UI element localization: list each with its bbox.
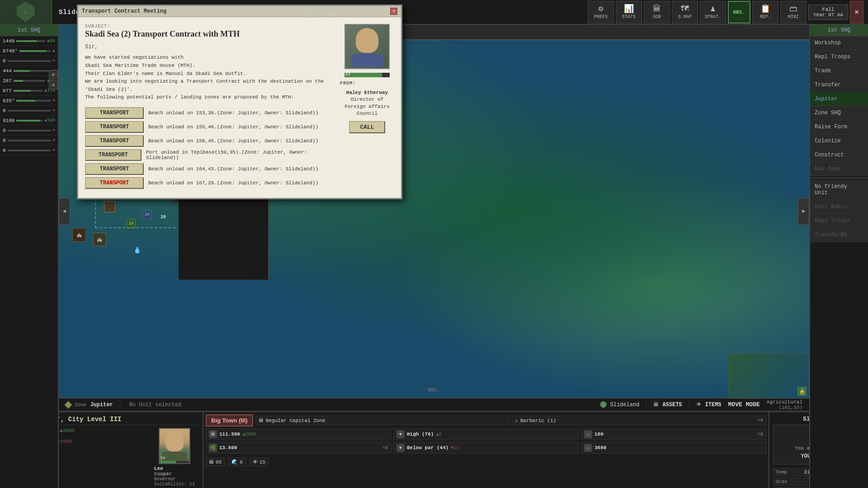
- culture-change: =0: [758, 418, 763, 423]
- zone-shq-button[interactable]: Zone SHQ: [810, 106, 868, 120]
- transport-row-2: TRANSPORT Beach unload on 155,40.(Zone: …: [85, 121, 333, 133]
- assets-icon: 🏛: [653, 401, 659, 408]
- sidebar-stat-11: 0 ═: [0, 136, 58, 145]
- transport-btn-2[interactable]: TRANSPORT: [85, 121, 144, 133]
- map-unit-2[interactable]: [104, 201, 115, 212]
- subject-label: SUBJECT:: [85, 24, 333, 29]
- body-line-4: We are looking into negotiating a Transp…: [85, 79, 324, 92]
- sender-head: [356, 28, 378, 53]
- zone-indicator[interactable]: Zone Jupiter: [59, 399, 120, 411]
- repl-troops-button[interactable]: Repl Troops: [810, 50, 868, 64]
- map-nav-left[interactable]: ◄: [59, 198, 70, 225]
- stat-eq-8: ═: [52, 108, 55, 113]
- rep-button[interactable]: 📋 REP.: [752, 1, 778, 23]
- trade-button[interactable]: Trade: [810, 64, 868, 78]
- minimap-lock-icon[interactable]: 🔒: [797, 387, 807, 396]
- jupiter-button[interactable]: Jupiter: [810, 92, 868, 106]
- stats-icon: 📊: [624, 5, 634, 13]
- bottom-panel: Zone: 'Jupiter', City Level III Populace…: [0, 411, 868, 488]
- workshop-button[interactable]: Workshop: [810, 36, 868, 50]
- transport-btn-1[interactable]: TRANSPORT: [85, 107, 144, 119]
- transfer-button[interactable]: Transfer: [810, 78, 868, 92]
- stat-val-8: 0: [3, 108, 6, 113]
- map-unit-city1[interactable]: 🏰: [72, 228, 86, 242]
- dialog-title: Transport Contract Meeting: [82, 8, 166, 14]
- health-cell-icon: ♥: [396, 444, 405, 452]
- no-friendly-unit-button[interactable]: No friendy Unit: [810, 180, 868, 200]
- strat-icon: ♟: [711, 5, 716, 13]
- city-name-button[interactable]: Big Town (III): [206, 414, 253, 427]
- stat-arrow-1: ▲98: [47, 38, 55, 43]
- transport-btn-6[interactable]: TRANSPORT: [85, 177, 144, 189]
- mini-label: MINI: [788, 14, 799, 19]
- transport-btn-5[interactable]: TRANSPORT: [85, 163, 144, 175]
- prefs-button[interactable]: ⚙ PREFS: [588, 1, 614, 23]
- morale-cell-val: High (76): [407, 432, 434, 437]
- stat-bar-9: [16, 120, 42, 122]
- gov-level-bar: [160, 461, 189, 463]
- zone-label: Zone: [75, 402, 86, 408]
- mil-cell-change: =0: [758, 432, 763, 437]
- repl-troops-2-button: Repl Troops: [810, 214, 868, 228]
- strat-label: STRAT.: [705, 14, 721, 19]
- gov-level-fill: [160, 461, 176, 463]
- governor-title: Governor: [154, 477, 195, 482]
- stat-eq-3: ═: [52, 58, 55, 63]
- strat-button[interactable]: ♟ STRAT.: [700, 1, 726, 23]
- assets-button[interactable]: 🏛 ASSETS: [646, 401, 689, 408]
- governor-portrait: 56: [159, 428, 190, 464]
- governor-head: [165, 431, 184, 451]
- unit-status: No Unit selected: [120, 402, 594, 408]
- top-right-icons: ⚙ PREFS 📊 STATS 🏛 OOB 🗺 S.MAP ♟ STRAT. D…: [588, 1, 868, 23]
- transport-btn-3[interactable]: TRANSPORT: [85, 135, 144, 147]
- realtime-watermark: REAL TIME: [303, 13, 338, 20]
- shq-header: 1st SHQ: [0, 25, 58, 36]
- icon-stat-2: 🌊 6: [228, 458, 246, 466]
- dec-button[interactable]: DEC.: [728, 1, 750, 23]
- colonize-button[interactable]: Colonize: [810, 134, 868, 148]
- dialog-left: SUBJECT: Skadi Sea (2) Transport Contrac…: [85, 24, 333, 191]
- transport-row-4: TRANSPORT Port unload in Tepibase(159,35…: [85, 149, 333, 161]
- populace-change: ▲2000: [60, 428, 75, 433]
- garrison-cell-val: 3680: [594, 445, 606, 450]
- right-shq-button[interactable]: 1st SHQ: [810, 25, 868, 36]
- transport-row-6: TRANSPORT Beach unload on 167,29.(Zone: …: [85, 177, 333, 189]
- raise-form-button[interactable]: Raise Form: [810, 120, 868, 134]
- sender-body: [351, 54, 383, 67]
- season-display: Fall Year 97 AA: [808, 5, 848, 20]
- stats-button[interactable]: 📊 STATS: [616, 1, 642, 23]
- transport-row-3: TRANSPORT Beach unload on 158,45.(Zone: …: [85, 135, 333, 147]
- stat-bar-10: [8, 130, 51, 131]
- governor-info: Leo Cooper Governor Suitability: 13: [154, 466, 195, 487]
- rep-icon: 📋: [760, 5, 770, 13]
- stat-bar-6: [14, 90, 42, 92]
- faction-indicator[interactable]: Slideland: [594, 401, 647, 408]
- health-stat-cell: ♥ Below par (44) ▼15: [393, 442, 579, 454]
- portrait-content: [345, 26, 389, 67]
- map-unit-3[interactable]: 10: [127, 219, 136, 228]
- close-app-button[interactable]: ×: [850, 1, 863, 23]
- dialog-close-button[interactable]: ×: [390, 8, 397, 15]
- smap-label: S.MAP: [678, 14, 692, 19]
- items-icon: 👁: [696, 401, 702, 408]
- transport-desc-3: Beach unload on 158,45.(Zone: Jupiter, O…: [148, 138, 318, 144]
- map-unit-city2[interactable]: 🏰: [93, 233, 106, 246]
- garrison-stat-cell: ⚔ 3680: [581, 442, 766, 454]
- body-line-5: The following potential ports / landing …: [85, 94, 294, 100]
- call-button[interactable]: CALL: [349, 121, 385, 133]
- transport-btn-4[interactable]: TRANSPORT: [85, 149, 142, 161]
- smap-button[interactable]: 🗺 S.MAP: [672, 1, 698, 23]
- map-unit-4[interactable]: 10: [142, 210, 151, 219]
- stat-val-2: 8740°: [3, 48, 18, 54]
- items-button[interactable]: 👁 ITEMS: [689, 401, 728, 408]
- zoom-control-1[interactable]: ⊕: [49, 70, 58, 79]
- governor-name: Leo: [154, 466, 195, 471]
- zoom-control-2[interactable]: ⊕: [49, 80, 58, 89]
- mini-button[interactable]: 🗃 MINI: [780, 1, 807, 23]
- food-stat-cell: 🌿 13.600 =0: [206, 442, 391, 454]
- stat-val-7: 635°: [3, 98, 14, 103]
- sender-level-bar-container: 83: [344, 73, 390, 77]
- health-cell-change: ▼15: [451, 446, 459, 450]
- oob-button[interactable]: 🏛 OOB: [644, 1, 670, 23]
- construct-button[interactable]: Construct: [810, 148, 868, 162]
